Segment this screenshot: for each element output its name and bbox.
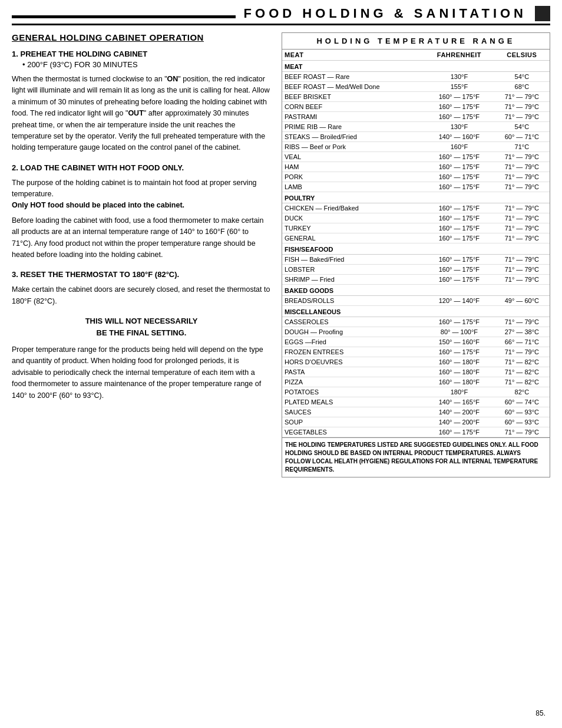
- category-row: MISCELLANEOUS: [282, 306, 550, 317]
- table-title: HOLDING TEMPERATURE RANGE: [282, 33, 550, 50]
- left-column: GENERAL HOLDING CABINET OPERATION 1. PRE…: [12, 32, 271, 477]
- table-row: VEAL160° — 175°F71° — 79°C: [282, 152, 550, 162]
- step-1-subitem: • 200°F (93°C) FOR 30 MINUTES: [22, 60, 271, 69]
- table-row: HAM160° — 175°F71° — 79°C: [282, 162, 550, 172]
- step-2-heading: 2. LOAD THE CABINET WITH HOT FOOD ONLY.: [12, 162, 271, 173]
- table-row: FISH — Baked/Fried160° — 175°F71° — 79°C: [282, 255, 550, 265]
- table-row: PORK160° — 175°F71° — 79°C: [282, 172, 550, 182]
- page: FOOD HOLDING & SANITATION GENERAL HOLDIN…: [0, 0, 562, 728]
- table-row: CHICKEN — Fried/Baked160° — 175°F71° — 7…: [282, 203, 550, 213]
- step-3: 3. RESET THE THERMOSTAT TO 180°F (82°C).…: [12, 269, 271, 401]
- table-row: RIBS — Beef or Pork160°F71°C: [282, 142, 550, 152]
- table-row: PASTA160° — 180°F71° — 82°C: [282, 367, 550, 377]
- step-1: 1. PREHEAT THE HOLDING CABINET • 200°F (…: [12, 48, 271, 154]
- table-footer-note: THE HOLDING TEMPERATURES LISTED ARE SUGG…: [282, 437, 550, 477]
- table-row: LOBSTER160° — 175°F71° — 79°C: [282, 265, 550, 275]
- table-row: PASTRAMI160° — 175°F71° — 79°C: [282, 112, 550, 122]
- table-row: BEEF ROAST — Med/Well Done155°F68°C: [282, 82, 550, 92]
- step-2: 2. LOAD THE CABINET WITH HOT FOOD ONLY. …: [12, 162, 271, 261]
- table-row: SAUCES140° — 200°F60° — 93°C: [282, 407, 550, 417]
- table-row: FROZEN ENTREES160° — 175°F71° — 79°C: [282, 347, 550, 357]
- step-2-body2: Before loading the cabinet with food, us…: [12, 215, 271, 261]
- table-row: PLATED MEALS140° — 165°F60° — 74°C: [282, 397, 550, 407]
- table-row: PIZZA160° — 180°F71° — 82°C: [282, 377, 550, 387]
- category-row: POULTRY: [282, 192, 550, 203]
- step-3-heading: 3. RESET THE THERMOSTAT TO 180°F (82°C).: [12, 269, 271, 279]
- table-row: DOUGH — Proofing80° — 100°F27° — 38°C: [282, 327, 550, 337]
- table-row: HORS D'OEUVRES160° — 180°F71° — 82°C: [282, 357, 550, 367]
- step-1-body: When the thermostat is turned clockwise …: [12, 74, 271, 154]
- temperature-table: MEAT FAHRENHEIT CELSIUS MEATBEEF ROAST —…: [282, 50, 550, 437]
- table-row: BEEF BRISKET160° — 175°F71° — 79°C: [282, 92, 550, 102]
- step-2-body: The purpose of the holding cabinet is to…: [12, 177, 271, 212]
- table-row: BREADS/ROLLS120° — 140°F49° — 60°C: [282, 296, 550, 306]
- table-row: CORN BEEF160° — 175°F71° — 79°C: [282, 102, 550, 112]
- category-row: FISH/SEAFOOD: [282, 243, 550, 255]
- table-row: SOUP140° — 200°F60° — 93°C: [282, 417, 550, 427]
- table-row: POTATOES180°F82°C: [282, 387, 550, 397]
- step-3-centered-bold: THIS WILL NOT NECESSARILYBE THE FINAL SE…: [12, 315, 271, 338]
- step-1-heading: 1. PREHEAT THE HOLDING CABINET: [12, 48, 271, 59]
- step-3-body: Make certain the cabinet doors are secur…: [12, 284, 271, 307]
- col-header-fahrenheit: FAHRENHEIT: [424, 50, 494, 61]
- category-row: BAKED GOODS: [282, 285, 550, 296]
- page-title: FOOD HOLDING & SANITATION: [244, 6, 531, 21]
- section-title: GENERAL HOLDING CABINET OPERATION: [12, 32, 271, 42]
- header-bar: [12, 15, 236, 18]
- table-row: GENERAL160° — 175°F71° — 79°C: [282, 233, 550, 243]
- table-row: PRIME RIB — Rare130°F54°C: [282, 122, 550, 132]
- table-row: DUCK160° — 175°F71° — 79°C: [282, 213, 550, 223]
- col-header-celsius: CELSIUS: [494, 50, 550, 61]
- col-header-meat: MEAT: [282, 50, 424, 61]
- table-row: TURKEY160° — 175°F71° — 79°C: [282, 223, 550, 233]
- main-content: GENERAL HOLDING CABINET OPERATION 1. PRE…: [0, 32, 562, 477]
- header: FOOD HOLDING & SANITATION: [0, 0, 562, 21]
- table-row: CASSEROLES160° — 175°F71° — 79°C: [282, 317, 550, 327]
- table-row: SHRIMP — Fried160° — 175°F71° — 79°C: [282, 275, 550, 285]
- header-divider: [12, 24, 550, 25]
- page-number: 85.: [535, 709, 546, 717]
- table-row: VEGETABLES160° — 175°F71° — 79°C: [282, 427, 550, 437]
- header-square-icon: [535, 6, 550, 21]
- temperature-table-container: HOLDING TEMPERATURE RANGE MEAT FAHRENHEI…: [282, 32, 550, 477]
- table-row: LAMB160° — 175°F71° — 79°C: [282, 182, 550, 192]
- table-row: EGGS —Fried150° — 160°F66° — 71°C: [282, 337, 550, 347]
- table-row: BEEF ROAST — Rare130°F54°C: [282, 72, 550, 82]
- header-title-wrap: FOOD HOLDING & SANITATION: [236, 6, 550, 21]
- step-3-body2: Proper temperature range for the product…: [12, 344, 271, 401]
- category-row: MEAT: [282, 61, 550, 72]
- table-row: STEAKS — Broiled/Fried140° — 160°F60° — …: [282, 132, 550, 142]
